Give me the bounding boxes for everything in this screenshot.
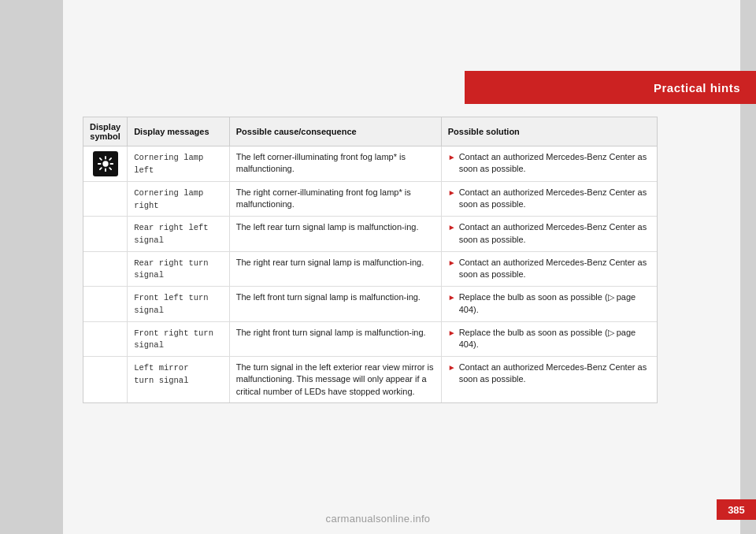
cell-solution-7: ► Contact an authorized Mercedes-Benz Ce… bbox=[441, 356, 657, 402]
col-header-messages: Display messages bbox=[128, 117, 230, 146]
cell-cause-3: The left rear turn signal lamp is malfun… bbox=[229, 217, 441, 251]
cell-cause-6: The right front turn signal lamp is malf… bbox=[229, 321, 441, 356]
cell-messages-6: Front right turn signal bbox=[128, 321, 230, 356]
header-bar: Practical hints bbox=[465, 71, 756, 104]
svg-line-8 bbox=[99, 168, 101, 169]
table-row: Front right turn signal The right front … bbox=[83, 321, 657, 356]
cell-messages-5: Front left turn signal bbox=[128, 287, 230, 321]
cell-solution-3: ► Contact an authorized Mercedes-Benz Ce… bbox=[441, 217, 657, 251]
col-header-cause: Possible cause/consequence bbox=[229, 117, 441, 146]
solution-bullet-4: ► Contact an authorized Mercedes-Benz Ce… bbox=[448, 257, 650, 281]
svg-line-7 bbox=[109, 158, 111, 160]
table-row: Rear right left signal The left rear tur… bbox=[83, 217, 657, 251]
cell-symbol-1 bbox=[83, 146, 128, 182]
table-row: Cornering lampleft The left corner-illum… bbox=[83, 146, 657, 182]
svg-line-5 bbox=[99, 158, 101, 160]
table-row: Left mirrorturn signal The turn signal i… bbox=[83, 356, 657, 402]
svg-point-0 bbox=[102, 161, 108, 166]
cell-cause-2: The right corner-illuminating front fog … bbox=[229, 182, 441, 217]
sun-icon bbox=[93, 151, 118, 176]
col-header-solution: Possible solution bbox=[441, 117, 657, 146]
cell-symbol-6 bbox=[83, 321, 128, 356]
table-row: Rear right turn signal The right rear tu… bbox=[83, 251, 657, 286]
solution-bullet-5: ► Replace the bulb as soon as possible (… bbox=[448, 291, 650, 316]
page-number-box: 385 bbox=[717, 499, 756, 520]
svg-line-6 bbox=[109, 168, 111, 169]
arrow-icon-1: ► bbox=[448, 152, 456, 163]
cell-solution-2: ► Contact an authorized Mercedes-Benz Ce… bbox=[441, 182, 657, 217]
cell-symbol-7 bbox=[83, 356, 128, 402]
cell-solution-1: ► Contact an authorized Mercedes-Benz Ce… bbox=[441, 146, 657, 182]
main-table-container: Display symbol Display messages Possible… bbox=[83, 117, 658, 403]
arrow-icon-5: ► bbox=[448, 292, 456, 303]
cell-solution-4: ► Contact an authorized Mercedes-Benz Ce… bbox=[441, 251, 657, 286]
cell-messages-2: Cornering lampright bbox=[128, 182, 230, 217]
solution-bullet-6: ► Replace the bulb as soon as possible (… bbox=[448, 327, 650, 351]
arrow-icon-6: ► bbox=[448, 328, 456, 339]
cell-symbol-3 bbox=[83, 217, 128, 251]
table-header-row: Display symbol Display messages Possible… bbox=[83, 117, 657, 146]
table-row: Front left turn signal The left front tu… bbox=[83, 287, 657, 321]
page-title: Practical hints bbox=[654, 81, 740, 95]
cell-symbol-2 bbox=[83, 182, 128, 217]
cell-messages-3: Rear right left signal bbox=[128, 217, 230, 251]
solution-bullet-3: ► Contact an authorized Mercedes-Benz Ce… bbox=[448, 221, 650, 246]
solution-bullet-1: ► Contact an authorized Mercedes-Benz Ce… bbox=[448, 151, 650, 176]
table-row: Cornering lampright The right corner-ill… bbox=[83, 182, 657, 217]
arrow-icon-7: ► bbox=[448, 362, 456, 373]
cell-cause-1: The left corner-illuminating front fog l… bbox=[229, 146, 441, 182]
arrow-icon-3: ► bbox=[448, 222, 456, 233]
solution-bullet-2: ► Contact an authorized Mercedes-Benz Ce… bbox=[448, 187, 650, 211]
solution-bullet-7: ► Contact an authorized Mercedes-Benz Ce… bbox=[448, 362, 650, 386]
cell-cause-7: The turn signal in the left exterior rea… bbox=[229, 356, 441, 402]
cell-messages-4: Rear right turn signal bbox=[128, 251, 230, 286]
col-header-symbol: Display symbol bbox=[83, 117, 128, 146]
page-number: 385 bbox=[728, 504, 745, 516]
cell-cause-4: The right rear turn signal lamp is malfu… bbox=[229, 251, 441, 286]
cell-solution-5: ► Replace the bulb as soon as possible (… bbox=[441, 287, 657, 321]
cell-symbol-4 bbox=[83, 251, 128, 286]
arrow-icon-2: ► bbox=[448, 187, 456, 198]
cell-symbol-5 bbox=[83, 287, 128, 321]
display-table: Display symbol Display messages Possible… bbox=[83, 117, 657, 402]
cell-messages-7: Left mirrorturn signal bbox=[128, 356, 230, 402]
cell-solution-6: ► Replace the bulb as soon as possible (… bbox=[441, 321, 657, 356]
watermark: carmanualsonline.info bbox=[326, 513, 431, 525]
cell-messages-1: Cornering lampleft bbox=[128, 146, 230, 182]
cell-cause-5: The left front turn signal lamp is malfu… bbox=[229, 287, 441, 321]
arrow-icon-4: ► bbox=[448, 258, 456, 269]
